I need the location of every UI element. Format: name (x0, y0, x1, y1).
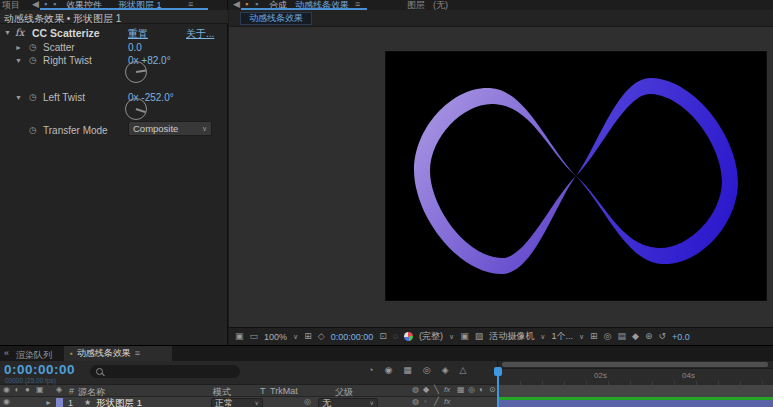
eye-column-icon[interactable]: ◉ (3, 386, 10, 394)
panel-menu-icon[interactable]: ≡ (135, 349, 140, 358)
tab-overflow-icon[interactable]: « (4, 349, 9, 358)
composition-canvas[interactable] (386, 52, 766, 300)
view-count-value[interactable]: 1个... (551, 330, 573, 343)
effect-breadcrumb: 动感线条效果 • 形状图层 1 (4, 12, 121, 26)
viewer-tabbar: ◀ ▪ ▪ 合成 动感线条效果 ≡ 图层 (无) (229, 0, 773, 10)
transfer-mode-dropdown[interactable]: Composite ∨ (128, 121, 212, 136)
magnify-region-icon[interactable]: ◎ (604, 332, 612, 341)
collapse-switch-icon[interactable]: ◆ (423, 386, 429, 394)
layer-name[interactable]: 形状图层 1 (96, 397, 142, 407)
left-twist-dial[interactable] (125, 98, 147, 120)
quality-switch-icon[interactable]: ╲ (434, 386, 439, 394)
exposure-value[interactable]: +0.0 (672, 332, 690, 342)
adjustment-switch-icon[interactable]: ◐ (479, 386, 484, 394)
param-expander-icon[interactable]: ▼ (15, 94, 22, 101)
frame-blend-icon[interactable]: ▦ (403, 366, 412, 375)
stopwatch-icon[interactable]: ◷ (29, 93, 37, 102)
layer-expander-icon[interactable]: ► (45, 399, 52, 406)
stopwatch-icon[interactable]: ◷ (29, 56, 37, 65)
param-expander-icon[interactable]: ▼ (15, 57, 22, 64)
show-snapshot-icon[interactable]: ◌ (393, 332, 398, 341)
playhead-line[interactable] (497, 368, 499, 407)
frame-blend-switch-icon[interactable]: ▦ (457, 386, 465, 394)
collapse-transforms-icon[interactable]: ◉ (384, 366, 392, 375)
viewer-pasteboard[interactable] (229, 27, 773, 327)
hash-column-label[interactable]: # (69, 386, 74, 396)
chevron-down-icon[interactable]: ∨ (579, 333, 584, 340)
effect-reset-button[interactable]: 重置 (128, 27, 148, 41)
comp-navigator-chip[interactable]: 动感线条效果 (240, 12, 312, 25)
panel-scroll-arrow-icon[interactable]: ◀ (233, 0, 240, 9)
layer-label-swatch[interactable] (56, 398, 63, 407)
timeline-h-scrollbar[interactable] (502, 362, 768, 367)
tab-layer-label[interactable]: 图层 (407, 0, 425, 10)
solo-column-icon[interactable]: ● (25, 386, 30, 394)
graph-editor-icon[interactable]: △ (460, 366, 467, 375)
tab-timeline-active[interactable]: ▪ 动感线条效果 ≡ (64, 346, 172, 361)
shy-icon[interactable]: ◔ (368, 366, 373, 375)
chevron-down-icon[interactable]: ∨ (293, 333, 298, 340)
composition-viewer-panel: ◀ ▪ ▪ 合成 动感线条效果 ≡ 图层 (无) 动感线条效果 (229, 0, 773, 345)
snapshot-camera-icon[interactable]: ⊡ (379, 332, 387, 341)
lock-column-icon[interactable]: ▣ (36, 386, 44, 394)
effect-about-button[interactable]: 关于... (186, 27, 214, 41)
layer-quality-switch-icon[interactable]: ╱ (434, 398, 439, 406)
time-ruler[interactable]: 02s 04s (498, 368, 773, 385)
param-expander-icon[interactable]: ► (15, 44, 22, 51)
share-view-icon[interactable]: ⊞ (590, 332, 598, 341)
auto-keyframe-icon[interactable]: ◈ (442, 366, 449, 375)
label-column-icon[interactable]: ◈ (56, 386, 62, 394)
layer-shy-switch-icon[interactable]: ◍ (412, 398, 419, 406)
layer-track-area[interactable] (497, 397, 773, 407)
motion-blur-icon[interactable]: ◎ (423, 366, 431, 375)
layer-duration-bar[interactable] (498, 400, 773, 407)
right-twist-dial[interactable] (125, 61, 147, 83)
stopwatch-icon[interactable]: ◷ (29, 126, 37, 135)
region-of-interest-icon[interactable]: ▣ (460, 332, 469, 341)
magnification-value[interactable]: 100% (264, 332, 287, 342)
viewer-timecode[interactable]: 0:00:00:00 (331, 332, 374, 342)
settings-gear-icon[interactable]: ⊛ (645, 332, 653, 341)
stopwatch-icon[interactable]: ◷ (29, 43, 37, 52)
layer-fx-switch-icon[interactable]: fx (444, 398, 450, 406)
motion-blur-switch-icon[interactable]: ◎ (468, 386, 475, 394)
exposure-reset-icon[interactable]: ↺ (658, 332, 666, 341)
dial-hand (136, 108, 146, 113)
mask-visibility-icon[interactable]: ◇ (318, 332, 325, 341)
transparency-grid-icon[interactable]: ▨ (475, 332, 484, 341)
chevron-down-icon[interactable]: ∨ (540, 333, 545, 340)
tab-project[interactable]: 项目 (2, 0, 20, 10)
layer-collapse-switch-icon[interactable]: ◦ (424, 398, 427, 406)
threed-switch-icon[interactable]: ⊙ (489, 386, 496, 394)
ruler-label: 02s (594, 371, 607, 380)
comp-navigator-chip-label: 动感线条效果 (249, 12, 303, 25)
layer-eye-toggle[interactable]: ◉ (3, 398, 10, 406)
always-preview-icon[interactable]: ▣ (235, 332, 244, 341)
panel-scroll-arrow-icon[interactable]: ◀ (32, 0, 39, 9)
fx-badge-icon[interactable]: fx (15, 27, 24, 38)
fast-previews-icon[interactable]: ◆ (632, 332, 639, 341)
grid-guides-icon[interactable]: ⊞ (304, 332, 312, 341)
effect-name[interactable]: CC Scatterize (32, 27, 100, 39)
audio-column-icon[interactable]: ◖ (14, 386, 19, 394)
camera-view-value[interactable]: 活动摄像机 (489, 330, 534, 343)
shy-switch-icon[interactable]: ◍ (412, 386, 419, 394)
show-channels-icon[interactable] (404, 332, 413, 341)
layer-parent-value: 无 (322, 397, 331, 407)
layer-parent-dropdown[interactable]: 无 ∨ (318, 398, 378, 407)
parent-pickwhip-icon[interactable]: ◎ (304, 398, 311, 406)
trkmat-t-column[interactable]: T (260, 386, 266, 396)
chevron-down-icon[interactable]: ∨ (449, 333, 454, 340)
fx-switch-icon[interactable]: fx (444, 386, 450, 394)
current-time-display[interactable]: 0:00:00:00 (4, 362, 75, 377)
trkmat-column[interactable]: TrkMat (270, 386, 298, 396)
primary-viewer-icon[interactable]: ▭ (250, 332, 259, 341)
chevron-down-icon: ∨ (255, 400, 259, 406)
resolution-value[interactable]: (完整) (419, 330, 443, 343)
param-label-left-twist: Left Twist (43, 92, 85, 103)
pixel-aspect-icon[interactable]: ▤ (617, 332, 626, 341)
search-input[interactable] (90, 365, 240, 378)
effect-expander-icon[interactable]: ▼ (4, 29, 11, 36)
param-value-scatter[interactable]: 0.0 (128, 42, 142, 53)
layer-mode-dropdown[interactable]: 正常 ∨ (211, 398, 263, 407)
